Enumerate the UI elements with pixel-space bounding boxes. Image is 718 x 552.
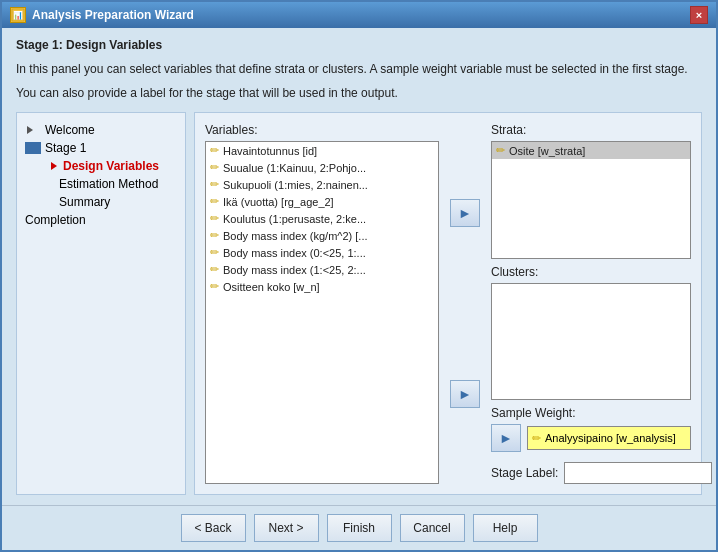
stage-label-text: Stage Label: [491,466,558,480]
list-item[interactable]: ✏Sukupuoli (1:mies, 2:nainen... [206,176,438,193]
right-sections: Strata: ✏Osite [w_strata] Clusters: [491,123,691,484]
nav-item-welcome[interactable]: Welcome [21,121,181,139]
list-item[interactable]: ✏Koulutus (1:perusaste, 2:ke... [206,210,438,227]
title-bar-left: 📊 Analysis Preparation Wizard [10,7,194,23]
move-to-strata-button[interactable]: ► [450,199,480,227]
svg-marker-2 [27,126,33,134]
next-button[interactable]: Next > [254,514,319,542]
list-item[interactable]: ✏Ikä (vuotta) [rg_age_2] [206,193,438,210]
nav-item-completion[interactable]: Completion [21,211,181,229]
strata-label: Strata: [491,123,691,137]
stage-label-row: Stage Label: [491,462,691,484]
content-area: Stage 1: Design Variables In this panel … [2,28,716,505]
help-button[interactable]: Help [473,514,538,542]
pencil-icon-weight: ✏ [532,432,541,445]
stage-title: Stage 1: Design Variables [16,38,702,52]
nav-item-summary[interactable]: Summary [21,193,181,211]
estimation-method-label: Estimation Method [59,177,158,191]
clusters-label: Clusters: [491,265,691,279]
right-arrow-icon [25,125,35,135]
variables-section: Variables: ✏Havaintotunnus [id]✏Suualue … [205,123,439,484]
nav-item-stage1[interactable]: Stage 1 [21,139,181,157]
list-item[interactable]: ✏Body mass index (1:<25, 2:... [206,261,438,278]
book-icon [25,142,41,154]
strata-section: Strata: ✏Osite [w_strata] [491,123,691,259]
welcome-label: Welcome [45,123,95,137]
move-to-clusters-button[interactable]: ► [450,380,480,408]
close-button[interactable]: × [690,6,708,24]
bottom-bar: < Back Next > Finish Cancel Help [2,505,716,550]
description2: You can also provide a label for the sta… [16,84,702,102]
arrow-buttons-col: ► ► [447,123,483,484]
list-item[interactable]: ✏Body mass index (kg/m^2) [... [206,227,438,244]
variables-listbox[interactable]: ✏Havaintotunnus [id]✏Suualue (1:Kainuu, … [205,141,439,484]
right-panel: Variables: ✏Havaintotunnus [id]✏Suualue … [194,112,702,495]
back-button[interactable]: < Back [181,514,246,542]
completion-label: Completion [25,213,86,227]
strata-listbox[interactable]: ✏Osite [w_strata] [491,141,691,259]
panel-row: Variables: ✏Havaintotunnus [id]✏Suualue … [205,123,691,484]
stage1-label: Stage 1 [45,141,86,155]
sample-weight-label: Sample Weight: [491,406,691,420]
list-item[interactable]: ✏Havaintotunnus [id] [206,142,438,159]
cancel-button[interactable]: Cancel [400,514,465,542]
svg-text:📊: 📊 [13,10,23,20]
design-variables-label: Design Variables [63,159,159,173]
sample-weight-section: Sample Weight: ► ✏ Analyysipaino [w_anal… [491,406,691,452]
weight-value: Analyysipaino [w_analysis] [545,432,676,444]
weight-row: ► ✏ Analyysipaino [w_analysis] [491,424,691,452]
variables-label: Variables: [205,123,439,137]
active-arrow-icon [49,161,59,171]
clusters-listbox[interactable] [491,283,691,401]
main-window: 📊 Analysis Preparation Wizard × Stage 1:… [0,0,718,552]
finish-button[interactable]: Finish [327,514,392,542]
nav-sub-design[interactable]: Design Variables [21,157,181,175]
list-item[interactable]: ✏Ositteen koko [w_n] [206,278,438,295]
summary-label: Summary [59,195,110,209]
list-item[interactable]: ✏Suualue (1:Kainuu, 2:Pohjo... [206,159,438,176]
list-item[interactable]: ✏Body mass index (0:<25, 1:... [206,244,438,261]
nav-item-estimation[interactable]: Estimation Method [21,175,181,193]
clusters-section: Clusters: [491,265,691,401]
window-title: Analysis Preparation Wizard [32,8,194,22]
wizard-icon: 📊 [10,7,26,23]
stage-label-input[interactable] [564,462,712,484]
nav-panel: Welcome Stage 1 Design Variables Estimat… [16,112,186,495]
strata-list-item[interactable]: ✏Osite [w_strata] [492,142,690,159]
main-panel: Welcome Stage 1 Design Variables Estimat… [16,112,702,495]
title-bar: 📊 Analysis Preparation Wizard × [2,2,716,28]
move-to-weight-button[interactable]: ► [491,424,521,452]
svg-marker-3 [51,162,57,170]
weight-field: ✏ Analyysipaino [w_analysis] [527,426,691,450]
description1: In this panel you can select variables t… [16,60,702,78]
